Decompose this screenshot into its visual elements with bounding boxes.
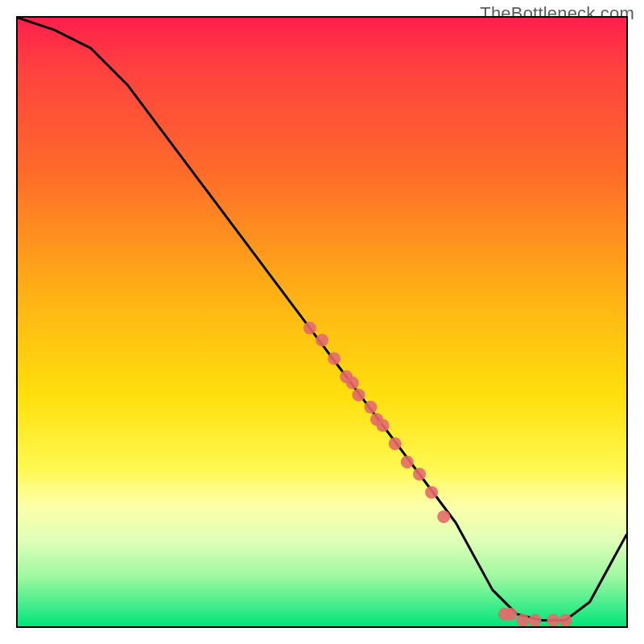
data-point bbox=[547, 613, 559, 626]
data-point bbox=[401, 456, 414, 469]
chart-svg bbox=[18, 18, 626, 626]
data-point bbox=[377, 419, 390, 432]
data-point bbox=[389, 437, 402, 450]
data-point bbox=[425, 486, 438, 499]
plot-area bbox=[16, 16, 628, 628]
data-point bbox=[559, 613, 572, 626]
chart-container: TheBottleneck.com bbox=[0, 0, 644, 644]
data-point bbox=[352, 389, 365, 402]
data-point bbox=[504, 608, 517, 621]
data-point bbox=[437, 510, 450, 523]
data-point bbox=[346, 377, 359, 390]
data-point bbox=[328, 352, 341, 365]
data-point bbox=[365, 401, 378, 414]
curve-line bbox=[18, 18, 626, 620]
data-point bbox=[517, 613, 530, 626]
data-point bbox=[529, 613, 542, 626]
data-point bbox=[413, 468, 426, 481]
data-point bbox=[303, 322, 316, 335]
data-point bbox=[316, 334, 328, 347]
